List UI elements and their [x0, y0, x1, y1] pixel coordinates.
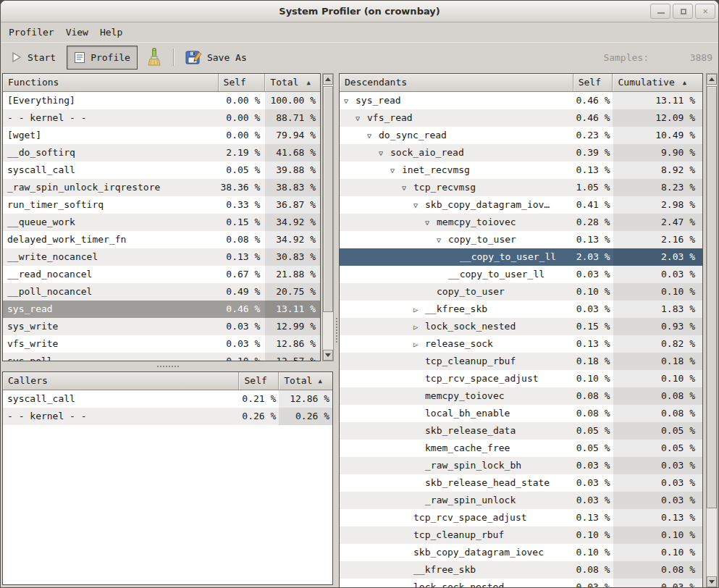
scroll-down-button[interactable]	[707, 576, 717, 587]
descendants-scrollbar[interactable]	[706, 73, 718, 588]
scrollbar-thumb[interactable]	[707, 86, 717, 508]
table-row[interactable]: sys_poll0.10 %12.57 %	[3, 353, 320, 361]
table-row[interactable]: ▽tcp_recvmsg1.05 %8.23 %	[340, 179, 702, 196]
function-name: memcpy_toiovec	[425, 390, 505, 401]
table-row[interactable]: ▽skb_copy_datagram_iov…0.41 %2.98 %	[340, 196, 702, 214]
column-header-descendants[interactable]: Descendants	[340, 74, 573, 91]
table-row[interactable]: memcpy_toiovec0.08 %0.08 %	[340, 387, 702, 405]
table-row[interactable]: ▷release_sock0.13 %0.82 %	[340, 335, 702, 353]
table-row[interactable]: __poll_nocancel0.49 %20.75 %	[3, 283, 320, 301]
tree-expander-closed-icon[interactable]: ▷	[413, 301, 425, 318]
table-row[interactable]: ▽sock_aio_read0.39 %9.90 %	[340, 144, 702, 161]
menu-profiler[interactable]: Profiler	[3, 22, 60, 42]
column-header-self[interactable]: Self	[239, 372, 279, 390]
titlebar[interactable]: System Profiler (on crownbay) ✕	[1, 1, 718, 22]
table-row[interactable]: ▽inet_recvmsg0.13 %8.92 %	[340, 161, 702, 179]
vertical-splitter[interactable]	[334, 72, 339, 588]
table-row[interactable]: sys_write0.03 %12.99 %	[3, 318, 320, 335]
reset-button[interactable]	[143, 46, 166, 70]
start-button[interactable]: Start	[7, 46, 60, 70]
table-row[interactable]: ▽memcpy_toiovec0.28 %2.47 %	[340, 214, 702, 231]
column-header-total[interactable]: Total ▲	[265, 74, 320, 91]
column-header-callers[interactable]: Callers	[3, 372, 239, 390]
table-row[interactable]: copy_to_user0.10 %0.10 %	[340, 283, 702, 301]
maximize-button[interactable]	[673, 4, 693, 19]
table-row[interactable]: tcp_cleanup_rbuf0.18 %0.18 %	[340, 353, 702, 370]
column-header-total[interactable]: Total ▲	[279, 372, 332, 390]
table-row[interactable]: ▽do_sync_read0.23 %10.49 %	[340, 127, 702, 144]
close-button[interactable]: ✕	[695, 4, 715, 19]
table-row[interactable]: local_bh_enable0.08 %0.08 %	[340, 405, 702, 422]
tree-expander-open-icon[interactable]: ▽	[390, 162, 402, 179]
tree-expander-open-icon[interactable]: ▽	[379, 145, 390, 161]
table-row[interactable]: syscall_call0.21 %12.86 %	[3, 390, 332, 408]
menu-view[interactable]: View	[60, 22, 94, 42]
column-header-self[interactable]: Self	[573, 74, 613, 91]
table-row[interactable]: - - kernel - -0.26 %0.26 %	[3, 408, 332, 425]
scroll-down-button[interactable]	[323, 350, 333, 361]
table-row[interactable]: ▽copy_to_user0.13 %2.16 %	[340, 231, 702, 248]
table-row[interactable]: ▷lock_sock_nested0.15 %0.93 %	[340, 318, 702, 335]
scrollbar-thumb[interactable]	[323, 86, 333, 312]
column-header-functions[interactable]: Functions	[3, 74, 219, 91]
table-row[interactable]: - - kernel - -0.00 %88.71 %	[3, 109, 320, 127]
table-row[interactable]: skb_release_data0.05 %0.05 %	[340, 422, 702, 440]
table-row[interactable]: ▽sys_read0.46 %13.11 %	[340, 92, 702, 109]
table-row[interactable]: __write_nocancel0.13 %30.83 %	[3, 248, 320, 266]
self-value: 0.03 %	[219, 318, 266, 335]
table-row[interactable]: ▷__kfree_skb0.03 %1.83 %	[340, 301, 702, 318]
function-name: release_sock	[425, 338, 493, 349]
column-header-label: Self	[224, 74, 246, 91]
table-row[interactable]: [wget]0.00 %79.94 %	[3, 127, 320, 144]
total-value: 12.09 %	[613, 109, 702, 127]
table-row[interactable]: __queue_work0.15 %34.92 %	[3, 214, 320, 231]
tree-expander-closed-icon[interactable]: ▷	[413, 336, 425, 353]
table-row[interactable]: ▽vfs_read0.46 %12.09 %	[340, 109, 702, 127]
table-row[interactable]: __do_softirq2.19 %41.68 %	[3, 144, 320, 161]
scroll-up-button[interactable]	[707, 74, 717, 85]
table-row[interactable]: vfs_write0.03 %12.86 %	[3, 335, 320, 353]
functions-scrollbar[interactable]	[322, 73, 334, 361]
column-header-self[interactable]: Self	[219, 74, 266, 91]
table-row[interactable]: sys_read0.46 %13.11 %	[3, 301, 320, 318]
table-row[interactable]: __copy_to_user_ll2.03 %2.03 %	[340, 248, 702, 266]
table-row[interactable]: [Everything]0.00 %100.00 %	[3, 92, 320, 109]
function-name: tcp_rcv_space_adjust	[413, 512, 527, 523]
table-row[interactable]: syscall_call0.05 %39.88 %	[3, 161, 320, 179]
table-row[interactable]: kmem_cache_free0.05 %0.05 %	[340, 440, 702, 457]
tree-expander-open-icon[interactable]: ▽	[367, 127, 379, 144]
tree-expander-open-icon[interactable]: ▽	[437, 232, 448, 248]
table-row[interactable]: tcp_rcv_space_adjust0.10 %0.10 %	[340, 370, 702, 387]
tree-expander-closed-icon[interactable]: ▷	[413, 319, 425, 335]
table-row[interactable]: tcp_cleanup_rbuf0.10 %0.10 %	[340, 526, 702, 544]
minimize-button[interactable]	[650, 4, 670, 19]
function-name: _raw_spin_unlock_irqrestore	[7, 182, 160, 193]
total-value: 0.03 %	[613, 266, 702, 283]
self-value: 38.36 %	[219, 179, 266, 196]
table-row[interactable]: lock_sock_nested0.03 %0.03 %	[340, 579, 702, 588]
table-row[interactable]: __kfree_skb0.08 %0.08 %	[340, 561, 702, 579]
table-row[interactable]: _raw_spin_unlock0.03 %0.03 %	[340, 492, 702, 509]
table-row[interactable]: run_timer_softirq0.33 %36.87 %	[3, 196, 320, 214]
profile-toggle-button[interactable]: Profile	[67, 46, 138, 70]
scroll-up-button[interactable]	[323, 74, 333, 85]
table-row[interactable]: _raw_spin_lock_bh0.03 %0.03 %	[340, 457, 702, 474]
column-header-cumulative[interactable]: Cumulative ▲	[613, 74, 702, 91]
horizontal-splitter[interactable]	[2, 361, 334, 371]
table-row[interactable]: delayed_work_timer_fn0.08 %34.92 %	[3, 231, 320, 248]
save-as-button[interactable]: Save As	[181, 46, 251, 70]
tree-expander-open-icon[interactable]: ▽	[413, 197, 425, 214]
tree-expander-open-icon[interactable]: ▽	[356, 110, 367, 127]
tree-expander-open-icon[interactable]: ▽	[402, 180, 413, 196]
table-row[interactable]: skb_copy_datagram_iovec0.10 %0.10 %	[340, 544, 702, 561]
table-row[interactable]: _raw_spin_unlock_irqrestore38.36 %38.83 …	[3, 179, 320, 196]
menu-help[interactable]: Help	[94, 22, 128, 42]
self-value: 0.03 %	[573, 457, 613, 474]
table-row[interactable]: __copy_to_user_ll0.03 %0.03 %	[340, 266, 702, 283]
tree-expander-open-icon[interactable]: ▽	[344, 93, 356, 109]
table-row[interactable]: skb_release_head_state0.03 %0.03 %	[340, 474, 702, 492]
tree-expander-open-icon[interactable]: ▽	[425, 214, 437, 231]
total-value: 0.82 %	[613, 335, 702, 353]
table-row[interactable]: __read_nocancel0.67 %21.88 %	[3, 266, 320, 283]
table-row[interactable]: tcp_rcv_space_adjust0.13 %0.13 %	[340, 509, 702, 526]
